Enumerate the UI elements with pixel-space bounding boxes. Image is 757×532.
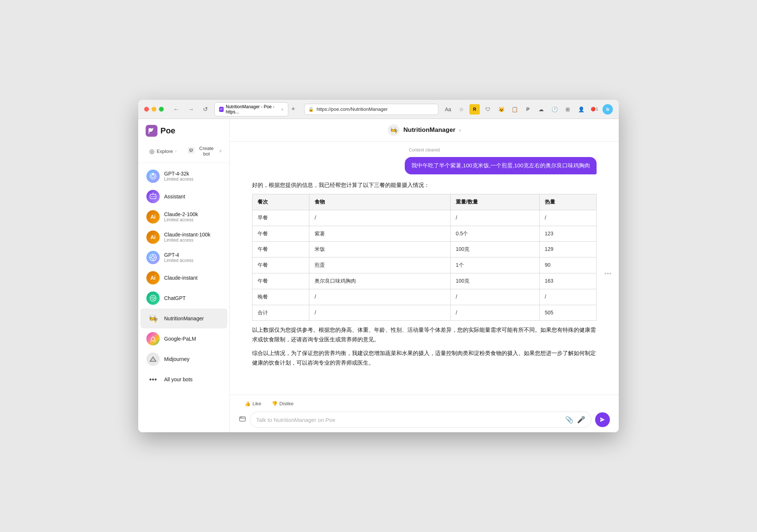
like-button[interactable]: 👍 Like <box>242 399 264 408</box>
bot-info-gpt4-32k: GPT-4-32k Limited access <box>164 171 221 182</box>
message-more-options[interactable]: ••• <box>604 270 611 277</box>
svg-point-6 <box>152 175 155 178</box>
cell: / <box>539 289 596 305</box>
cell: 晚餐 <box>252 289 309 305</box>
mic-icon[interactable]: 🎤 <box>577 416 585 424</box>
sidebar-item-claude-instant[interactable]: Ai Claude-instant <box>140 268 227 288</box>
avatar-gpt4 <box>146 251 160 264</box>
bot-name-nutrition: NutritionManager <box>164 316 221 321</box>
svg-point-9 <box>154 196 155 197</box>
sidebar-item-gpt4-32k[interactable]: GPT-4-32k Limited access <box>140 166 227 186</box>
all-bots-item[interactable]: ••• All your bots <box>140 369 227 389</box>
cell: / <box>451 210 540 226</box>
bot-name-claude2: Claude-2-100k <box>164 211 221 217</box>
bot-info-palm: Google-PaLM <box>164 336 221 342</box>
bot-info-claude-instant-100k: Claude-instant-100k Limited access <box>164 232 221 243</box>
note-icon[interactable]: 📋 <box>509 104 520 115</box>
table-row: 合计 / / 505 <box>252 305 597 321</box>
extension-badge-icon[interactable]: 🔴1 <box>589 104 600 115</box>
nutrition-table: 餐次 食物 重量/数量 热量 早餐 / / <box>252 194 597 321</box>
cell: 早餐 <box>252 210 309 226</box>
table-row: 午餐 奥尔良口味鸡胸肉 100克 163 <box>252 273 597 289</box>
sidebar-item-claude2[interactable]: Ai Claude-2-100k Limited access <box>140 207 227 227</box>
chat-title: NutritionManager <box>403 126 455 134</box>
reader-icon[interactable]: Aa <box>443 104 453 115</box>
sidebar-item-gpt4[interactable]: GPT-4 Limited access <box>140 248 227 267</box>
cell: 午餐 <box>252 258 309 273</box>
cell: / <box>539 210 596 226</box>
cloud-icon[interactable]: ☁ <box>536 104 546 115</box>
attach-left-icon[interactable] <box>239 415 246 424</box>
bot-name-palm: Google-PaLM <box>164 336 221 342</box>
send-button[interactable] <box>595 412 610 427</box>
bot-name-chatgpt: ChatGPT <box>164 295 221 301</box>
tab-bar: P NutritionManager - Poe - https... × + <box>214 102 297 116</box>
sidebar-actions: ◎ Explore › Create bot + <box>138 140 230 163</box>
bot-desc-gpt4: Limited access <box>164 258 221 263</box>
cell: 煎蛋 <box>309 258 451 273</box>
refresh-button[interactable]: ↺ <box>201 104 210 114</box>
tab-close-button[interactable]: × <box>281 107 284 112</box>
paperclip-icon[interactable]: 📎 <box>565 416 573 424</box>
like-icon: 👍 <box>245 401 251 406</box>
address-bar[interactable]: 🔒 https://poe.com/NutritionManager <box>304 104 438 115</box>
back-button[interactable]: ← <box>171 105 181 114</box>
poe-logo: Poe <box>146 125 175 137</box>
cell: 100克 <box>451 242 540 258</box>
sidebar-item-chatgpt[interactable]: ChatGPT <box>140 288 227 308</box>
close-window-button[interactable] <box>144 107 149 112</box>
new-tab-button[interactable]: + <box>290 105 297 113</box>
forward-button[interactable]: → <box>186 105 196 114</box>
extension-face-icon[interactable]: 😺 <box>496 104 506 115</box>
extension-r-icon[interactable]: R <box>469 104 480 115</box>
cell: 合计 <box>252 305 309 321</box>
bot-info-claude-instant: Claude-instant <box>164 275 221 281</box>
svg-point-22 <box>240 417 241 418</box>
maximize-window-button[interactable] <box>159 107 164 112</box>
toolbar-icons: Aa ☆ R 🛡 😺 📋 P ☁ 🕐 ⊞ 👤 🔴1 b <box>443 104 613 115</box>
url-text: https://poe.com/NutritionManager <box>317 106 388 112</box>
history-icon[interactable]: 🕐 <box>549 104 560 115</box>
sidebar-item-claude-instant-100k[interactable]: Ai Claude-instant-100k Limited access <box>140 227 227 247</box>
svg-point-19 <box>151 337 155 341</box>
profile-icon[interactable]: 👤 <box>576 104 586 115</box>
chat-title-chevron[interactable]: › <box>459 127 461 133</box>
sidebar-item-assistant[interactable]: Assistant <box>140 187 227 207</box>
cell: 505 <box>539 305 596 321</box>
cell: / <box>451 289 540 305</box>
sidebar-item-midjourney[interactable]: Midjourney <box>140 349 227 369</box>
svg-rect-2 <box>188 147 194 154</box>
bot-desc-gpt4-32k: Limited access <box>164 177 221 182</box>
svg-rect-7 <box>150 194 156 199</box>
svg-point-4 <box>191 150 192 150</box>
bookmark-icon[interactable]: ☆ <box>456 104 466 115</box>
bot-desc-claude2: Limited access <box>164 217 221 222</box>
create-bot-button[interactable]: Create bot + <box>185 143 225 160</box>
sidebar-item-nutrition[interactable]: 🧑‍🍳 NutritionManager <box>140 308 227 328</box>
bot-info-midjourney: Midjourney <box>164 356 221 362</box>
cell: 紫薯 <box>309 226 451 242</box>
dislike-button[interactable]: 👎 Dislike <box>269 399 296 408</box>
active-tab[interactable]: P NutritionManager - Poe - https... × <box>214 102 288 116</box>
avatar-midjourney <box>146 352 160 366</box>
split-view-icon[interactable]: ⊞ <box>563 104 573 115</box>
bot-info-gpt4: GPT-4 Limited access <box>164 252 221 263</box>
user-message-bubble: 我中午吃了半个紫薯,100克米饭,一个煎蛋,100克左右的奥尔良口味鸡胸肉 <box>252 157 597 174</box>
bot-name-assistant: Assistant <box>164 194 221 200</box>
bing-icon[interactable]: b <box>602 104 613 115</box>
explore-button[interactable]: ◎ Explore › <box>143 145 183 158</box>
password-icon[interactable]: 🛡 <box>483 104 493 115</box>
chat-footer: 👍 Like 👎 Dislike 📎 🎤 <box>230 395 619 432</box>
bot-name-claude-instant-100k: Claude-instant-100k <box>164 232 221 238</box>
table-row: 早餐 / / / <box>252 210 597 226</box>
chat-input[interactable] <box>256 417 561 423</box>
title-bar: ← → ↺ P NutritionManager - Poe - https..… <box>138 100 619 119</box>
bot-message: 好的，根据您提供的信息，我已经帮您计算了以下三餐的能量摄入情况： 餐次 食物 重… <box>252 180 597 368</box>
explore-label: Explore <box>157 149 173 154</box>
sidebar-item-palm[interactable]: Google-PaLM <box>140 329 227 349</box>
minimize-window-button[interactable] <box>152 107 156 112</box>
cell: 129 <box>539 242 596 258</box>
cell: 163 <box>539 273 596 289</box>
extension-p-icon[interactable]: P <box>523 104 533 115</box>
avatar-claude-instant-100k: Ai <box>146 231 160 244</box>
